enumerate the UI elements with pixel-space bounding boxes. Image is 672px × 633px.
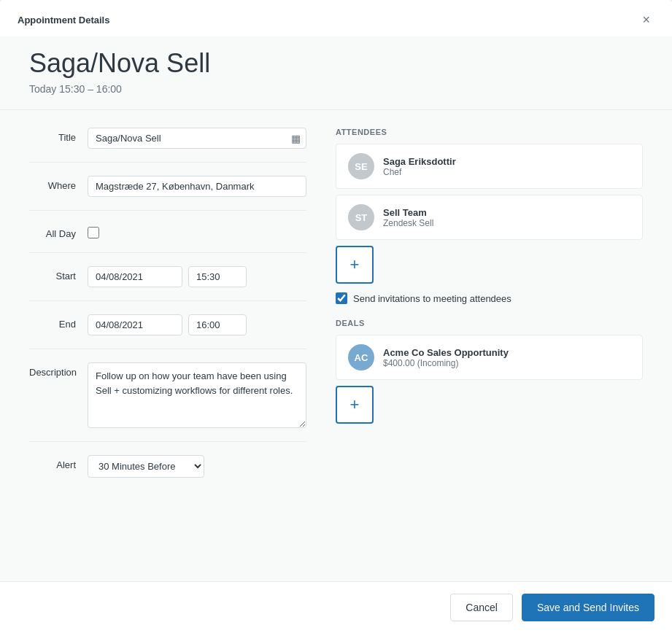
attendee-info-0: Saga Eriksdottir Chef (383, 156, 456, 177)
description-textarea[interactable]: Follow up on how your team have been usi… (88, 362, 306, 428)
right-section: ATTENDEES SE Saga Eriksdottir Chef ST Se… (336, 128, 643, 564)
invite-checkbox[interactable] (336, 292, 347, 304)
description-row: Description Follow up on how your team h… (29, 362, 306, 442)
where-input[interactable] (88, 176, 306, 197)
start-time-input[interactable] (188, 266, 247, 287)
title-row: Title ▦ (29, 128, 306, 163)
start-datetime-group (88, 266, 306, 287)
alert-label: Alert (29, 455, 88, 470)
invite-checkbox-row: Send invitations to meeting attendees (336, 292, 643, 304)
deals-section-label: DEALS (336, 319, 643, 327)
deal-avatar-0: AC (348, 344, 374, 370)
modal-footer: Cancel Save and Send Invites (0, 581, 672, 633)
where-label: Where (29, 176, 88, 191)
deal-amount-0: $400.00 (Incoming) (383, 358, 509, 368)
title-input-wrapper: ▦ (88, 128, 306, 149)
attendee-card-1: ST Sell Team Zendesk Sell (336, 195, 643, 240)
deal-card-0: AC Acme Co Sales Opportunity $400.00 (In… (336, 335, 643, 380)
description-label: Description (29, 362, 88, 378)
where-row: Where (29, 176, 306, 211)
form-section: Title ▦ Where All Day Start (29, 128, 306, 564)
alert-select[interactable]: 5 Minutes Before 10 Minutes Before 15 Mi… (88, 455, 204, 478)
end-label: End (29, 314, 88, 330)
end-datetime-group (88, 314, 306, 335)
deals-section: DEALS AC Acme Co Sales Opportunity $400.… (336, 319, 643, 424)
deal-info-0: Acme Co Sales Opportunity $400.00 (Incom… (383, 347, 509, 368)
attendee-avatar-1: ST (348, 204, 374, 230)
invite-label: Send invitations to meeting attendees (353, 293, 511, 304)
attendee-avatar-0: SE (348, 153, 374, 179)
modal-body: Title ▦ Where All Day Start (0, 110, 672, 581)
attendee-card-0: SE Saga Eriksdottir Chef (336, 144, 643, 189)
allday-checkbox-wrapper (88, 224, 99, 238)
modal-header-title: Appointment Details (18, 15, 109, 26)
start-row: Start (29, 266, 306, 301)
close-button[interactable]: × (638, 12, 654, 28)
add-attendee-button[interactable]: + (336, 246, 374, 284)
attendee-name-0: Saga Eriksdottir (383, 156, 456, 167)
attendee-role-0: Chef (383, 167, 456, 177)
attendee-name-1: Sell Team (383, 207, 433, 218)
allday-label: All Day (29, 224, 88, 239)
allday-row: All Day (29, 224, 306, 253)
start-label: Start (29, 266, 88, 281)
add-deal-icon: + (350, 397, 360, 413)
attendees-section-label: ATTENDEES (336, 128, 643, 136)
hero-title: Saga/Nova Sell (29, 48, 643, 79)
modal-header: Appointment Details × (0, 0, 672, 36)
attendee-role-1: Zendesk Sell (383, 218, 433, 228)
modal-hero: Saga/Nova Sell Today 15:30 – 16:00 (0, 36, 672, 110)
end-date-input[interactable] (88, 314, 182, 335)
allday-checkbox[interactable] (88, 227, 99, 238)
calendar-icon: ▦ (291, 133, 301, 144)
end-time-input[interactable] (188, 314, 247, 335)
title-input[interactable] (88, 128, 306, 149)
alert-row: Alert 5 Minutes Before 10 Minutes Before… (29, 455, 306, 491)
title-label: Title (29, 128, 88, 143)
deal-name-0: Acme Co Sales Opportunity (383, 347, 509, 358)
appointment-modal: Appointment Details × Saga/Nova Sell Tod… (0, 0, 672, 633)
add-deal-button[interactable]: + (336, 386, 374, 424)
save-send-invites-button[interactable]: Save and Send Invites (522, 594, 654, 621)
attendee-info-1: Sell Team Zendesk Sell (383, 207, 433, 228)
cancel-button[interactable]: Cancel (450, 594, 513, 621)
add-attendee-icon: + (350, 257, 360, 273)
hero-subtitle: Today 15:30 – 16:00 (29, 83, 643, 95)
attendees-section: ATTENDEES SE Saga Eriksdottir Chef ST Se… (336, 128, 643, 304)
start-date-input[interactable] (88, 266, 182, 287)
end-row: End (29, 314, 306, 349)
